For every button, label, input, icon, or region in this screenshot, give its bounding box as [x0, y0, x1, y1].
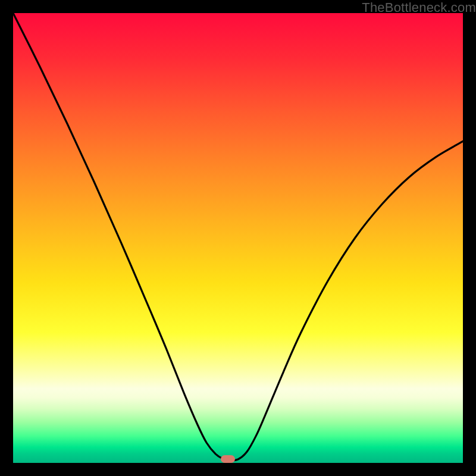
bottleneck-curve [13, 13, 463, 463]
optimal-marker [221, 455, 235, 463]
plot-area [13, 13, 463, 463]
watermark-text: TheBottleneck.com [362, 0, 476, 15]
chart-container: TheBottleneck.com [0, 0, 476, 476]
